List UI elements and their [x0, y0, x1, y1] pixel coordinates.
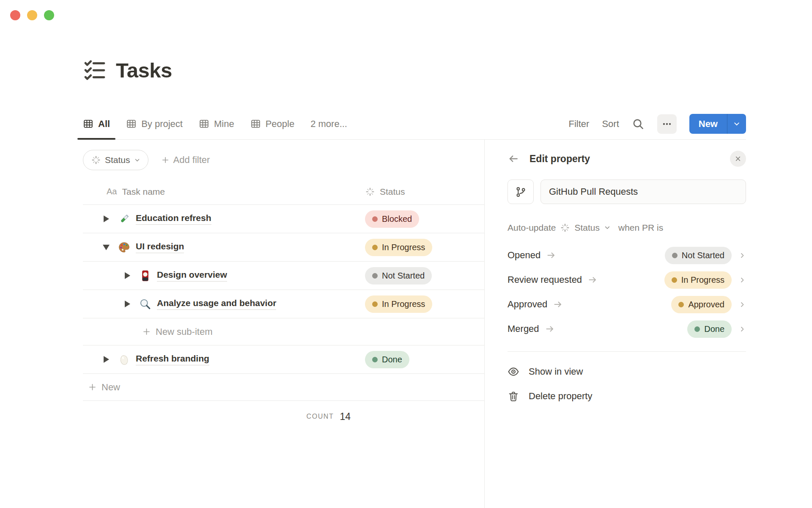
chevron-down-icon [733, 120, 741, 128]
task-title-link[interactable]: Education refresh [136, 213, 211, 225]
tasks-table: Status Add filter Aa Task name Status [83, 140, 485, 508]
new-button-group: New [689, 114, 746, 134]
expand-toggle[interactable] [100, 215, 112, 222]
add-filter-label: Add filter [173, 155, 210, 166]
tab-label: People [266, 119, 295, 130]
filter-button[interactable]: Filter [569, 119, 590, 130]
status-dot-icon [694, 326, 700, 332]
status-spinner-icon [365, 187, 375, 197]
status-dot-icon [372, 357, 378, 362]
close-panel-button[interactable] [730, 151, 746, 167]
auto-update-property-select[interactable]: Status [574, 223, 600, 233]
new-row-button[interactable]: New [83, 374, 484, 401]
task-title-link[interactable]: UI redesign [136, 241, 184, 253]
table-view-icon [250, 119, 261, 129]
chevron-right-icon[interactable] [739, 252, 746, 259]
property-name-input[interactable] [540, 179, 746, 204]
task-title-link[interactable]: Refresh branding [136, 353, 209, 365]
status-column-header[interactable]: Status [380, 187, 405, 197]
close-icon [735, 155, 741, 162]
tab-label: By project [141, 119, 183, 130]
chevron-right-icon[interactable] [739, 301, 746, 308]
app-window: Tasks All By project Mine People 2 more.… [0, 0, 812, 508]
divider [508, 351, 746, 352]
tab-people[interactable]: People [250, 108, 295, 139]
status-badge[interactable]: In Progress [365, 295, 432, 313]
table-view-icon [199, 119, 209, 129]
chevron-right-icon[interactable] [739, 276, 746, 284]
new-sub-item-button[interactable]: New sub-item [83, 318, 484, 345]
show-in-view-button[interactable]: Show in view [508, 359, 746, 384]
task-title-link[interactable]: Design overview [157, 270, 227, 282]
eye-icon [508, 366, 519, 378]
sort-button[interactable]: Sort [602, 119, 619, 130]
new-row-label: New [102, 382, 120, 393]
plus-icon [142, 327, 151, 336]
tab-mine[interactable]: Mine [199, 108, 234, 139]
close-window-button[interactable] [10, 10, 20, 20]
chevron-down-icon[interactable] [604, 224, 611, 231]
status-filter-label: Status [105, 155, 130, 165]
status-badge[interactable]: In Progress [664, 271, 732, 289]
plus-icon [161, 156, 170, 164]
tab-all[interactable]: All [83, 108, 110, 139]
delete-property-button[interactable]: Delete property [508, 384, 746, 409]
status-dot-icon [372, 273, 378, 279]
status-label: Not Started [682, 251, 724, 260]
delete-property-label: Delete property [529, 391, 592, 402]
tab-label: All [98, 119, 110, 130]
status-badge[interactable]: Blocked [365, 210, 419, 228]
status-label: Done [382, 355, 402, 364]
palette-icon [118, 241, 131, 254]
count-label[interactable]: COUNT [307, 413, 334, 420]
page-title: Tasks [116, 58, 172, 82]
status-label: In Progress [681, 275, 724, 285]
tab-label: 2 more... [310, 119, 347, 130]
status-spinner-icon [560, 223, 570, 233]
status-dot-icon [372, 245, 378, 250]
minimize-window-button[interactable] [27, 10, 37, 20]
new-dropdown-button[interactable] [727, 114, 746, 134]
tab-by-project[interactable]: By project [126, 108, 183, 139]
more-options-button[interactable] [657, 114, 677, 134]
status-badge[interactable]: Done [365, 351, 409, 368]
tab-label: Mine [214, 119, 234, 130]
table-view-icon [126, 119, 137, 129]
back-arrow-icon[interactable] [508, 153, 519, 165]
add-filter-button[interactable]: Add filter [161, 155, 210, 166]
status-badge[interactable]: Not Started [365, 267, 432, 284]
new-sub-item-label: New sub-item [156, 326, 212, 337]
tab-more-views[interactable]: 2 more... [310, 108, 347, 139]
collapse-toggle[interactable] [100, 245, 112, 250]
mapping-row-merged: Merged Done [508, 317, 746, 341]
expand-toggle[interactable] [121, 272, 134, 279]
expand-toggle[interactable] [100, 356, 112, 363]
table-row: UI redesign In Progress [83, 233, 484, 262]
task-name-column-header[interactable]: Task name [122, 187, 165, 197]
status-dot-icon [372, 301, 378, 307]
arrow-right-icon [587, 275, 598, 285]
chevron-right-icon[interactable] [739, 326, 746, 333]
mapping-row-approved: Approved Approved [508, 292, 746, 317]
arrow-right-icon [553, 299, 563, 309]
window-controls [10, 10, 54, 20]
plus-icon [88, 383, 97, 392]
status-badge[interactable]: Not Started [665, 247, 732, 264]
status-dot-icon [372, 216, 378, 222]
status-badge[interactable]: Approved [671, 296, 732, 313]
table-view-icon [83, 119, 93, 129]
property-icon-button[interactable] [508, 179, 534, 204]
task-title-link[interactable]: Analyze usage and behavior [157, 298, 276, 310]
status-dot-icon [672, 277, 677, 283]
search-icon[interactable] [632, 118, 645, 130]
new-button[interactable]: New [689, 114, 727, 134]
status-badge[interactable]: In Progress [365, 239, 432, 256]
auto-update-suffix: when PR is [618, 223, 663, 233]
zoom-window-button[interactable] [44, 10, 54, 20]
status-badge[interactable]: Done [687, 320, 732, 338]
expand-toggle[interactable] [121, 301, 134, 307]
table-footer: COUNT 14 [83, 401, 365, 432]
table-row-subitem: Design overview Not Started [83, 262, 484, 290]
table-row-subitem: Analyze usage and behavior In Progress [83, 290, 484, 318]
status-filter-chip[interactable]: Status [83, 150, 148, 170]
